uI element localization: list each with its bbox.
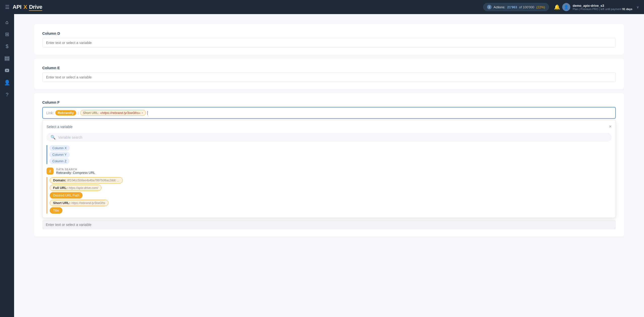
text-cursor — [147, 111, 148, 115]
var-title-label: Title — [53, 209, 59, 212]
actions-label: Actions: — [494, 5, 505, 9]
data-search-badge: 2 — [47, 168, 54, 175]
column-f-section: Column F Link: Rebrandly | Short URL: «h… — [34, 93, 624, 236]
logo-x: X — [23, 4, 27, 10]
column-d-section: Column D — [34, 24, 624, 55]
data-search-type: DATA SEARCH — [56, 168, 95, 171]
tag-rebrandly[interactable]: Rebrandly — [55, 110, 76, 115]
var-domain-val: 8f104cc5b6ee4a4ba7897b06ac2ddc ... — [67, 179, 119, 182]
logo: APIXDrive — [13, 4, 42, 10]
variable-search-input[interactable] — [58, 135, 608, 139]
variable-dropdown: Select a variable × 🔍 Column X Column Y … — [42, 120, 616, 218]
main-content: Column D Column E Column F Link: Rebrand… — [14, 14, 644, 317]
user-info: demo_apix-drive_s3 Plan | Premium PRO | … — [573, 4, 632, 11]
data-search-group: 2 DATA SEARCH Rebrandly: Compress URL Do… — [47, 168, 612, 214]
column-d-input[interactable] — [42, 38, 616, 48]
actions-total: of 100'000 — [519, 5, 534, 9]
data-search-info: DATA SEARCH Rebrandly: Compress URL — [56, 168, 95, 175]
dropdown-header: Select a variable × — [47, 124, 612, 129]
tag-close-icon[interactable]: × — [141, 111, 143, 115]
search-box: 🔍 — [47, 133, 612, 142]
data-search-header: 2 DATA SEARCH Rebrandly: Compress URL — [47, 168, 612, 175]
column-e-label: Column E — [42, 66, 616, 70]
var-short-url-val: https://rebrand.ly/3oe0ihs — [71, 201, 105, 205]
var-domain-key: Domain: — [53, 178, 66, 182]
sidebar-item-storage[interactable] — [2, 53, 12, 63]
column-e-input[interactable] — [42, 72, 616, 82]
actions-pct: (22%) — [536, 5, 545, 9]
tag-column-z[interactable]: Column Z — [49, 158, 69, 164]
var-short-url-key: Short URL: — [53, 201, 70, 205]
short-url-value: «https://rebrand.ly/3oe0ihs» — [100, 111, 140, 115]
chevron-down-icon: ∨ — [636, 5, 639, 9]
menu-icon[interactable]: ☰ — [5, 4, 10, 10]
columns-group: Column X Column Y Column Z — [47, 145, 612, 164]
var-title[interactable]: Title — [50, 207, 62, 214]
column-d-label: Column D — [42, 31, 616, 35]
var-desired-url-path[interactable]: Desired URL Path — [50, 192, 83, 199]
var-desired-url-path-label: Desired URL Path — [53, 193, 79, 197]
data-search-variables: Domain: 8f104cc5b6ee4a4ba7897b06ac2ddc .… — [47, 177, 612, 214]
short-url-label: Short URL: — [83, 111, 99, 115]
sidebar-item-youtube[interactable] — [2, 65, 12, 75]
column-e-section: Column E — [34, 59, 624, 89]
user-menu[interactable]: 👤 demo_apix-drive_s3 Plan | Premium PRO … — [562, 3, 639, 11]
bell-icon[interactable]: 🔔 — [554, 4, 560, 10]
tag-separator: | — [78, 111, 78, 115]
actions-count: 21'963 — [507, 5, 517, 9]
var-full-url[interactable]: Full URL: https://apix-drive.com/ — [50, 185, 101, 191]
info-icon: i — [487, 5, 492, 9]
link-prefix: Link: — [46, 111, 54, 115]
sidebar-item-help[interactable]: ? — [2, 90, 12, 100]
columns-list: Column X Column Y Column Z — [47, 145, 612, 164]
sidebar-item-profile[interactable]: 👤 — [2, 77, 12, 88]
variable-list: Column X Column Y Column Z 2 DATA SEARCH… — [47, 145, 612, 214]
var-short-url[interactable]: Short URL: https://rebrand.ly/3oe0ihs — [50, 200, 108, 206]
var-domain[interactable]: Domain: 8f104cc5b6ee4a4ba7897b06ac2ddc .… — [50, 177, 123, 183]
tag-column-y[interactable]: Column Y — [49, 152, 70, 157]
rebrandly-label: Rebrandly — [58, 111, 74, 115]
logo-api: API — [13, 4, 21, 10]
avatar: 👤 — [562, 3, 570, 11]
sidebar-item-home[interactable]: ⌂ — [2, 17, 12, 27]
search-icon: 🔍 — [51, 135, 56, 140]
tag-column-x[interactable]: Column X — [49, 145, 70, 151]
topnav: ☰ APIXDrive i Actions: 21'963 of 100'000… — [0, 0, 644, 14]
svg-rect-2 — [5, 59, 9, 60]
actions-badge: i Actions: 21'963 of 100'000 (22%) — [483, 3, 549, 11]
var-full-url-val: https://apix-drive.com/ — [69, 186, 98, 190]
svg-rect-0 — [5, 57, 9, 58]
tag-short-url[interactable]: Short URL: «https://rebrand.ly/3oe0ihs» … — [80, 110, 146, 116]
dropdown-close-icon[interactable]: × — [609, 124, 612, 129]
column-f-input[interactable]: Link: Rebrandly | Short URL: «https://re… — [42, 107, 616, 119]
bottom-input[interactable] — [46, 223, 612, 227]
sidebar-item-billing[interactable]: $ — [2, 41, 12, 51]
column-f-label: Column F — [42, 100, 616, 104]
data-search-name: Rebrandly: Compress URL — [56, 171, 95, 175]
var-full-url-key: Full URL: — [53, 186, 68, 190]
sidebar: ⌂ ⊞ $ 👤 ? — [0, 14, 14, 317]
plan-info: Plan | Premium PRO | left until payment … — [573, 8, 632, 11]
dropdown-title: Select a variable — [47, 125, 73, 129]
username: demo_apix-drive_s3 — [573, 4, 632, 8]
svg-rect-1 — [5, 58, 9, 59]
sidebar-item-connections[interactable]: ⊞ — [2, 29, 12, 39]
bottom-input-area — [42, 220, 616, 229]
logo-drive: Drive — [29, 4, 42, 10]
